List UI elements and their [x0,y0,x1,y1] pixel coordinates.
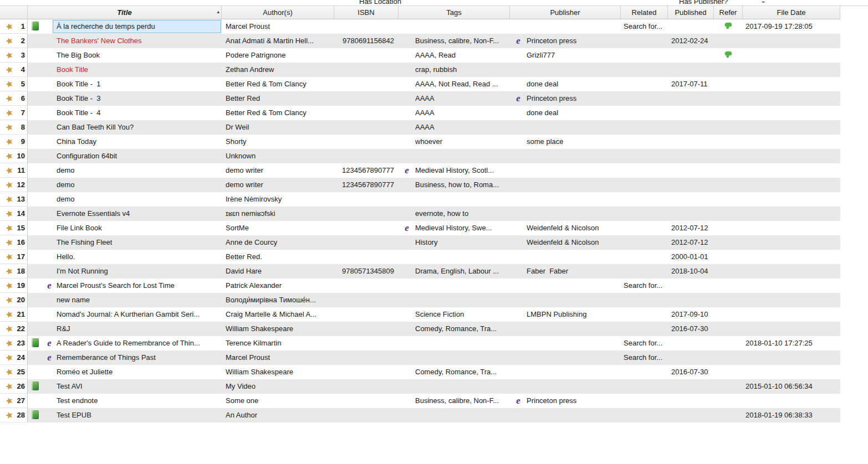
column-header-file-date[interactable]: File Date [743,6,840,19]
cell-related[interactable]: Search for... [621,336,668,350]
cell-refer[interactable] [714,135,743,149]
cell-file-date[interactable] [743,34,840,48]
row-header[interactable]: ★ 15 [0,221,28,235]
table-row[interactable]: ★ 28 Test EPUB An Author 2018-01-19 06:3… [0,408,840,422]
cell-related[interactable] [621,250,668,264]
cell-publisher[interactable]: Faber Faber [510,264,621,279]
column-header-title[interactable]: Title ▴ [28,6,222,19]
cell-published[interactable] [668,63,714,77]
table-row[interactable]: ★ 2 The Bankers' New Clothes Anat Admati… [0,34,840,48]
cell-author[interactable]: Craig Martelle & Michael A... [222,307,334,322]
row-header[interactable]: ★ 26 [0,379,28,394]
cell-tags[interactable]: e Medieval History, Swe... [399,221,510,235]
table-row[interactable]: ★ 15 File Link Book SortMe e Medieval Hi… [0,221,840,235]
cell-title[interactable]: Hello. [28,250,222,264]
row-header[interactable]: ★ 8 [0,120,28,135]
cell-isbn[interactable] [334,207,399,221]
cell-tags[interactable]: e Medieval History, Scotl... [399,163,510,178]
row-header[interactable]: ★ 4 [0,63,28,77]
cell-tags[interactable]: Comedy, Romance, Tra... [399,365,510,379]
cell-author[interactable]: William Shakespeare [222,365,334,379]
cell-file-date[interactable] [743,235,840,250]
row-header[interactable]: ★ 17 [0,250,28,264]
cell-publisher[interactable] [510,379,621,394]
cell-isbn[interactable] [334,379,399,394]
cell-publisher[interactable]: done deal [510,106,621,120]
cell-refer[interactable] [714,235,743,250]
row-header[interactable]: ★ 14 [0,207,28,221]
table-row[interactable]: ★ 10 Configuration 64bit Unknown [0,149,840,163]
cell-published[interactable] [668,149,714,163]
cell-author[interactable]: demo writer [222,178,334,192]
cell-isbn[interactable]: 1234567890777 [334,163,399,178]
cell-isbn[interactable] [334,235,399,250]
cell-author[interactable]: Podere Patrignone [222,48,334,63]
row-header[interactable]: ★ 24 [0,350,28,365]
table-row[interactable]: ★ 6 Book Title - 3 Better Red AAAA e Pri… [0,91,840,106]
cell-published[interactable] [668,19,714,34]
cell-publisher[interactable] [510,350,621,365]
cell-published[interactable] [668,379,714,394]
cell-author[interactable]: An Author [222,408,334,422]
cell-author[interactable]: Irène Némirovsky [222,192,334,207]
cell-published[interactable] [668,279,714,293]
cell-title[interactable]: Roméo et Juliette [28,365,222,379]
cell-tags[interactable]: crap, rubbish [399,63,510,77]
cell-title[interactable]: new name [28,293,222,307]
cell-publisher[interactable] [510,63,621,77]
table-row[interactable]: ★ 11 demo demo writer 1234567890777 e Me… [0,163,840,178]
cell-refer[interactable] [714,149,743,163]
cell-file-date[interactable]: 2018-01-10 17:27:25 [743,336,840,350]
cell-file-date[interactable] [743,221,840,235]
cell-refer[interactable] [714,394,743,408]
cell-author[interactable]: David Hare [222,264,334,279]
table-row[interactable]: ★ 25 Roméo et Juliette William Shakespea… [0,365,840,379]
cell-related[interactable] [621,379,668,394]
cell-title[interactable]: Book Title - 3 [28,91,222,106]
cell-tags[interactable]: Drama, English, Labour ... [399,264,510,279]
cell-publisher[interactable] [510,207,621,221]
cell-published[interactable]: 2016-07-30 [668,322,714,336]
cell-tags[interactable] [399,250,510,264]
cell-publisher[interactable]: Weidenfeld & Nicolson [510,235,621,250]
cell-related[interactable] [621,63,668,77]
cell-author[interactable]: My Video [222,379,334,394]
row-header[interactable]: ★ 12 [0,178,28,192]
cell-published[interactable]: 2017-09-10 [668,307,714,322]
cell-isbn[interactable]: 9780691156842 [334,34,399,48]
cell-isbn[interactable]: 9780571345809 [334,264,399,279]
row-header[interactable]: ★ 2 [0,34,28,48]
table-row[interactable]: ★ 24 e Rememberance of Things Past Marce… [0,350,840,365]
cell-tags[interactable]: Science Fiction [399,307,510,322]
table-row[interactable]: ★ 21 Nomad's Journal: A Kurtherian Gambi… [0,307,840,322]
cell-published[interactable]: 2012-02-24 [668,34,714,48]
cell-tags[interactable]: AAAA [399,120,510,135]
cell-related[interactable]: Search for... [621,19,668,34]
cell-published[interactable] [668,408,714,422]
cell-tags[interactable] [399,192,510,207]
cell-isbn[interactable] [334,149,399,163]
cell-refer[interactable] [714,106,743,120]
cell-published[interactable]: 2017-07-11 [668,77,714,91]
cell-isbn[interactable] [334,279,399,293]
cell-publisher[interactable] [510,192,621,207]
cell-related[interactable] [621,163,668,178]
cell-publisher[interactable]: Weidenfeld & Nicolson [510,221,621,235]
cell-isbn[interactable] [334,293,399,307]
cell-publisher[interactable]: done deal [510,77,621,91]
cell-title[interactable]: File Link Book [28,221,222,235]
table-row[interactable]: ★ 18 I'm Not Running David Hare 97805713… [0,264,840,279]
cell-related[interactable] [621,77,668,91]
cell-title[interactable]: Configuration 64bit [28,149,222,163]
table-row[interactable]: ★ 22 R&J William Shakespeare Comedy, Rom… [0,322,840,336]
row-header[interactable]: ★ 1 [0,19,28,34]
table-row[interactable]: ★ 19 e Marcel Proust's Search for Lost T… [0,279,840,293]
cell-file-date[interactable] [743,91,840,106]
cell-file-date[interactable] [743,207,840,221]
cell-published[interactable] [668,293,714,307]
cell-isbn[interactable] [334,408,399,422]
cell-published[interactable] [668,178,714,192]
cell-tags[interactable] [399,379,510,394]
cell-published[interactable] [668,336,714,350]
cell-isbn[interactable] [334,106,399,120]
